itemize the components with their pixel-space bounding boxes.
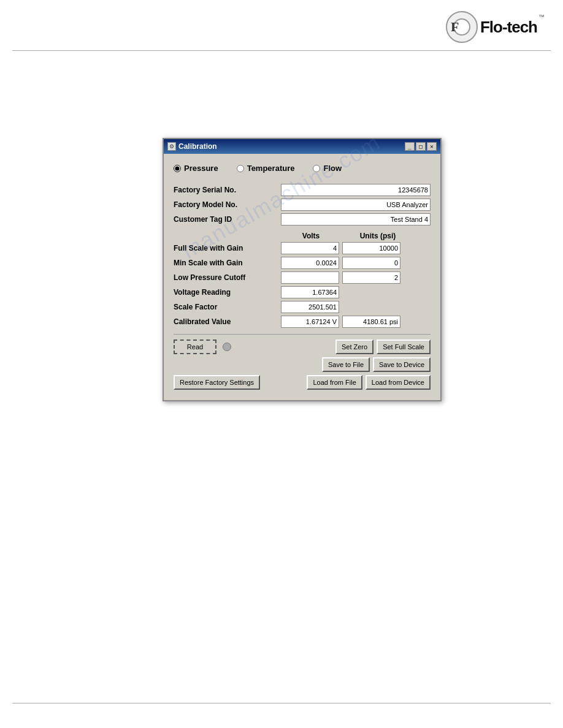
low-pressure-volts-input[interactable] [281,271,339,284]
set-full-scale-button[interactable]: Set Full Scale [377,339,431,354]
factory-serial-row: Factory Serial No. [174,184,431,196]
low-pressure-inputs [281,271,400,284]
calibrated-value-inputs [281,316,400,328]
flow-label: Flow [323,164,342,173]
bottom-divider [12,703,551,703]
button-row-2: Save to File Save to Device [174,357,431,372]
title-bar: ⚙ Calibration _ □ ✕ [164,139,440,154]
flow-radio[interactable] [313,165,320,172]
button-row-1: Read Set Zero Set Full Scale [174,339,431,354]
pressure-radio[interactable] [174,165,181,172]
logo-area: F Flo-tech ™ [446,11,545,43]
logo-text: Flo-tech [480,18,537,37]
factory-model-input[interactable] [281,199,431,211]
minimize-button[interactable]: _ [405,142,415,151]
dialog-body: Pressure Temperature Flow Factory Serial… [164,154,440,400]
voltage-reading-row: Voltage Reading [174,286,431,298]
radio-group: Pressure Temperature Flow [174,161,431,175]
restore-factory-button[interactable]: Restore Factory Settings [174,375,260,390]
calibration-dialog: ⚙ Calibration _ □ ✕ Pressure Temperature [163,138,442,401]
title-bar-left: ⚙ Calibration [167,142,217,151]
customer-tag-input[interactable] [281,213,431,226]
temperature-label: Temperature [247,164,295,173]
low-pressure-row: Low Pressure Cutoff [174,271,431,284]
scale-factor-input[interactable] [281,301,339,313]
load-from-device-button[interactable]: Load from Device [366,375,431,390]
title-buttons[interactable]: _ □ ✕ [405,142,437,151]
full-scale-inputs [281,242,400,254]
temperature-radio[interactable] [237,165,244,172]
customer-tag-label: Customer Tag ID [174,215,281,224]
calibrated-value-label: Calibrated Value [174,317,281,326]
min-scale-volts-input[interactable] [281,257,339,269]
calibrated-value-row: Calibrated Value [174,316,431,328]
dialog-window: ⚙ Calibration _ □ ✕ Pressure Temperature [163,138,442,401]
volts-header: Volts [281,232,341,240]
factory-serial-label: Factory Serial No. [174,186,281,194]
factory-model-label: Factory Model No. [174,200,281,209]
column-headers: Volts Units (psi) [281,232,431,240]
save-to-device-button[interactable]: Save to Device [373,357,431,372]
maximize-button[interactable]: □ [416,142,426,151]
logo-icon: F [446,11,478,43]
set-zero-button[interactable]: Set Zero [335,339,373,354]
dialog-separator [174,334,431,335]
full-scale-volts-input[interactable] [281,242,339,254]
top-divider [12,50,551,51]
button-row-3: Restore Factory Settings Load from File … [174,375,431,390]
radio-pressure[interactable]: Pressure [174,164,218,173]
pressure-label: Pressure [184,164,218,173]
min-scale-units-input[interactable] [342,257,400,269]
customer-tag-row: Customer Tag ID [174,213,431,226]
factory-serial-input[interactable] [281,184,431,196]
calibrated-volts-input[interactable] [281,316,339,328]
logo-tm: ™ [538,13,545,20]
voltage-reading-input[interactable] [281,286,339,298]
radio-flow[interactable]: Flow [313,164,342,173]
units-header: Units (psi) [344,232,412,240]
voltage-reading-label: Voltage Reading [174,288,281,297]
scale-factor-label: Scale Factor [174,303,281,311]
load-from-file-button[interactable]: Load from File [307,375,362,390]
full-scale-row: Full Scale with Gain [174,242,431,254]
factory-model-row: Factory Model No. [174,199,431,211]
low-pressure-units-input[interactable] [342,271,400,284]
full-scale-units-input[interactable] [342,242,400,254]
min-scale-inputs [281,257,400,269]
radio-temperature[interactable]: Temperature [237,164,295,173]
calibrated-units-input[interactable] [342,316,400,328]
min-scale-label: Min Scale with Gain [174,259,281,267]
indicator-light [223,343,231,351]
buttons-area: Read Set Zero Set Full Scale Save to Fil… [174,339,431,390]
save-to-file-button[interactable]: Save to File [322,357,370,372]
low-pressure-label: Low Pressure Cutoff [174,273,281,282]
close-button[interactable]: ✕ [427,142,437,151]
dialog-title: Calibration [178,142,217,151]
dialog-icon: ⚙ [167,142,176,151]
scale-factor-row: Scale Factor [174,301,431,313]
min-scale-row: Min Scale with Gain [174,257,431,269]
full-scale-label: Full Scale with Gain [174,244,281,252]
read-button[interactable]: Read [174,339,216,354]
